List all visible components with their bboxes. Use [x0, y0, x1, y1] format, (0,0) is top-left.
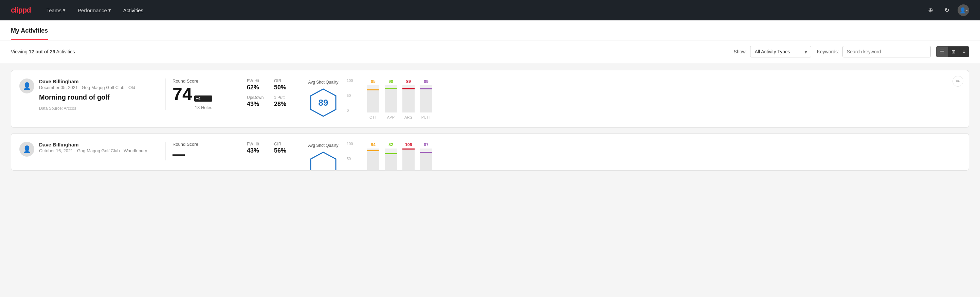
bar-fill [420, 88, 432, 112]
show-label: Show: [734, 49, 747, 54]
edit-button[interactable]: ✏ [953, 76, 963, 87]
bar-container [385, 148, 397, 171]
bar-group-putt: 89PUTT [420, 79, 432, 119]
bar-label: APP [387, 115, 395, 119]
bar-label: OTT [369, 115, 377, 119]
chart-y-labels: 100 50 0 [347, 78, 353, 112]
score-row: 74 +4 18 Holes [172, 85, 233, 110]
chevron-down-icon: ▾ [108, 7, 111, 13]
bar-container [367, 85, 379, 112]
bar-chart-wrapper: 100 50 0 85OTT90APP89ARG89PUTT [347, 78, 432, 119]
card-left: 👤 Dave Billingham October 16, 2021 - Gog… [19, 142, 162, 156]
shot-item-fwhit: FW Hit 43% [247, 142, 267, 154]
bar-fill [367, 89, 379, 112]
bar-container [402, 85, 415, 112]
activity-type-select[interactable]: All Activity Types [750, 46, 811, 57]
view-grid-button[interactable]: ⊞ [948, 46, 959, 57]
view-list-dense-button[interactable]: ☰ [937, 46, 948, 57]
bar-top-line [367, 89, 379, 90]
navbar: clippd Teams ▾ Performance ▾ Activities … [0, 0, 980, 21]
bar-top-line [385, 153, 397, 154]
avatar: 👤 [19, 142, 34, 156]
shot-value: 43% [247, 147, 267, 154]
svg-marker-1 [311, 152, 336, 171]
bar-fill [420, 152, 432, 171]
bar-fill [385, 88, 397, 112]
avatar: 👤 [19, 78, 34, 93]
bar-fill [385, 153, 397, 171]
avg-shot-quality-label: Avg Shot Quality [308, 80, 338, 85]
player-date: December 05, 2021 - Gog Magog Golf Club … [39, 85, 135, 90]
card-left: 👤 Dave Billingham December 05, 2021 - Go… [19, 78, 162, 111]
shot-item-updown: Up/Down 43% [247, 95, 267, 108]
hexagon [308, 150, 339, 171]
shot-grid: FW Hit 43% GIR 56% [247, 142, 294, 154]
bar-value: 106 [405, 142, 412, 147]
shot-value: 56% [274, 147, 294, 154]
bar-group-ott: 85OTT [367, 79, 379, 119]
card-quality: Avg Shot Quality 100 50 0 94OTT82APP106A… [301, 142, 961, 171]
bar-value: 89 [424, 79, 428, 84]
hexagon: 89 [308, 87, 339, 118]
player-name: Dave Billingham [39, 142, 147, 147]
player-info: Dave Billingham December 05, 2021 - Gog … [39, 78, 135, 111]
view-toggle: ☰ ⊞ ≡ [936, 46, 969, 57]
shot-label: FW Hit [247, 142, 267, 147]
activity-title: Morning round of golf [39, 93, 135, 101]
main-content: 👤 Dave Billingham December 05, 2021 - Go… [0, 63, 980, 183]
bar-group-arg: 89ARG [402, 79, 415, 119]
bar-top-line [402, 148, 415, 150]
data-source: Data Source: Arccos [39, 106, 135, 111]
bar-group-ott: 94OTT [367, 142, 379, 171]
nav-links: Teams ▾ Performance ▾ Activities [42, 5, 914, 16]
bar-fill [402, 88, 415, 112]
shot-value: 50% [274, 84, 294, 91]
shot-label: Up/Down [247, 95, 267, 100]
bar-value: 82 [388, 142, 393, 147]
shot-item-gir: GIR 50% [274, 78, 294, 91]
activity-type-select-wrapper: All Activity Types [750, 46, 811, 57]
keywords-label: Keywords: [817, 49, 839, 54]
brand-logo[interactable]: clippd [11, 6, 31, 14]
player-name: Dave Billingham [39, 78, 135, 84]
bar-value: 90 [388, 79, 393, 84]
page-header: My Activities [0, 21, 980, 40]
nav-right: ⊕ ↻ 👤 ▾ [925, 5, 969, 16]
bar-chart-wrapper: 100 50 0 94OTT82APP106ARG87PUTT [347, 142, 432, 171]
card-shot-stats: FW Hit 43% GIR 56% [240, 142, 301, 154]
bar-container [385, 85, 397, 112]
shot-value: 28% [274, 101, 294, 108]
score-holes: 18 Holes [195, 105, 212, 110]
shot-item-fwhit: FW Hit 62% [247, 78, 267, 91]
shot-label: GIR [274, 78, 294, 83]
viewing-text: Viewing 12 out of 29 Activities [11, 49, 729, 54]
bar-group-putt: 87PUTT [420, 142, 432, 171]
view-list-wide-button[interactable]: ≡ [959, 46, 969, 57]
bar-top-line [385, 88, 397, 89]
shot-item-gir: GIR 56% [274, 142, 294, 154]
nav-item-performance[interactable]: Performance ▾ [73, 5, 116, 16]
nav-item-activities[interactable]: Activities [119, 5, 148, 16]
avatar-chevron-icon: ▾ [966, 8, 968, 12]
avatar-person-icon: 👤 [23, 145, 31, 153]
shot-label: FW Hit [247, 78, 267, 83]
bar-group-app: 82APP [385, 142, 397, 171]
page-title: My Activities [11, 21, 48, 40]
search-input[interactable] [843, 46, 931, 57]
filter-bar: Viewing 12 out of 29 Activities Show: Al… [0, 40, 980, 63]
chevron-down-icon: ▾ [63, 7, 65, 13]
nav-item-teams[interactable]: Teams ▾ [42, 5, 70, 16]
bar-top-line [367, 150, 379, 151]
viewing-count: 12 out of 29 [29, 49, 55, 54]
add-icon[interactable]: ⊕ [925, 5, 936, 16]
shot-grid: FW Hit 62% GIR 50% Up/Down 43% 1 Putt 28… [247, 78, 294, 108]
hexagon-svg [308, 150, 339, 171]
bar-chart: 85OTT90APP89ARG89PUTT [357, 78, 432, 119]
refresh-icon[interactable]: ↻ [941, 5, 952, 16]
shot-label: 1 Putt [274, 95, 294, 100]
user-avatar[interactable]: 👤 ▾ [958, 5, 969, 16]
bar-value: 89 [406, 79, 410, 84]
card-stats: Round Score — [165, 142, 240, 160]
shot-value: 62% [247, 84, 267, 91]
player-date: October 16, 2021 - Gog Magog Golf Club -… [39, 148, 147, 153]
